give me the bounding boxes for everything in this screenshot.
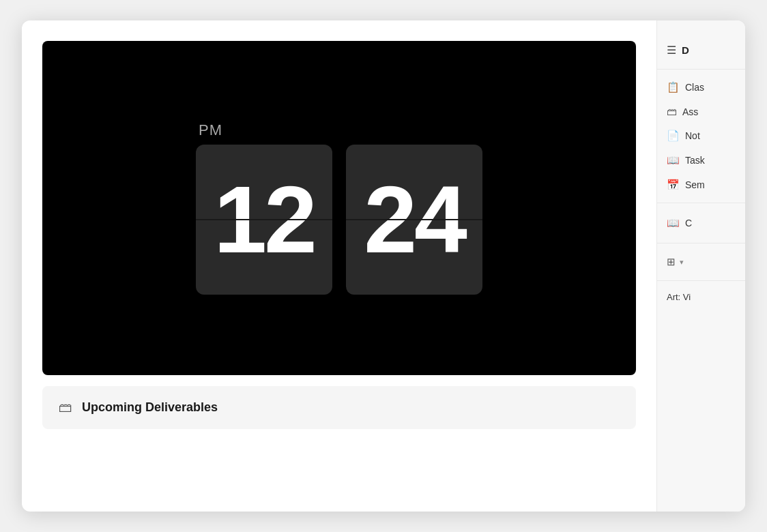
clock-period: PM [199,121,222,139]
sidebar-item-classes[interactable]: 📋 Clas [657,75,745,100]
middle-label: C [685,218,692,228]
app-window: PM 12 24 🗃 Upcoming Deliverables ☰ [22,20,745,512]
right-sidebar: ☰ D 📋 Clas 🗃 Ass 📄 Not 📖 Task [656,20,745,512]
notes-label: Not [685,130,700,141]
notes-icon: 📄 [667,130,680,142]
sidebar-middle-item[interactable]: 📖 C [657,209,745,237]
clock-widget: PM 12 24 [42,41,636,375]
art-item[interactable]: Art: Vi [657,286,745,308]
clock-hours: 12 [214,172,315,267]
clock-minutes: 24 [364,172,465,267]
tasks-icon: 📖 [667,154,680,166]
classes-label: Clas [685,82,704,93]
sidebar-header-section: ☰ D [657,31,745,70]
sidebar-item-notes[interactable]: 📄 Not [657,123,745,148]
clock-minutes-card: 24 [346,145,482,295]
clock-digits: 12 24 [196,145,482,295]
upcoming-deliverables-bar[interactable]: 🗃 Upcoming Deliverables [42,386,636,429]
sidebar-nav-section: 📋 Clas 🗃 Ass 📄 Not 📖 Task 📅 Sem [657,70,745,203]
clock-hours-card: 12 [196,145,332,295]
classes-icon: 📋 [667,81,680,93]
sidebar-art-section: Art: Vi [657,281,745,313]
clock-inner: PM 12 24 [196,121,482,295]
sidebar-item-tasks[interactable]: 📖 Task [657,148,745,173]
sidebar-grid-item[interactable]: ⊞ ▾ [657,249,745,275]
middle-icon: 📖 [667,217,680,229]
assignments-icon: 🗃 [667,106,677,117]
grid-icon: ⊞ [667,256,676,268]
list-icon: ☰ [667,44,676,57]
assignments-label: Ass [682,106,698,117]
sidebar-item-semester[interactable]: 📅 Sem [657,173,745,197]
deliverables-icon: 🗃 [59,400,72,415]
deliverables-title: Upcoming Deliverables [82,400,218,415]
semester-label: Sem [685,179,705,190]
semester-icon: 📅 [667,179,680,191]
sidebar-header-label: D [682,44,689,56]
chevron-down-icon: ▾ [680,258,684,267]
sidebar-header-item[interactable]: ☰ D [657,37,745,63]
tasks-label: Task [685,155,705,166]
main-content: PM 12 24 🗃 Upcoming Deliverables [22,20,656,512]
sidebar-item-assignments[interactable]: 🗃 Ass [657,100,745,123]
sidebar-middle-section: 📖 C [657,203,745,243]
sidebar-grid-section: ⊞ ▾ [657,243,745,281]
